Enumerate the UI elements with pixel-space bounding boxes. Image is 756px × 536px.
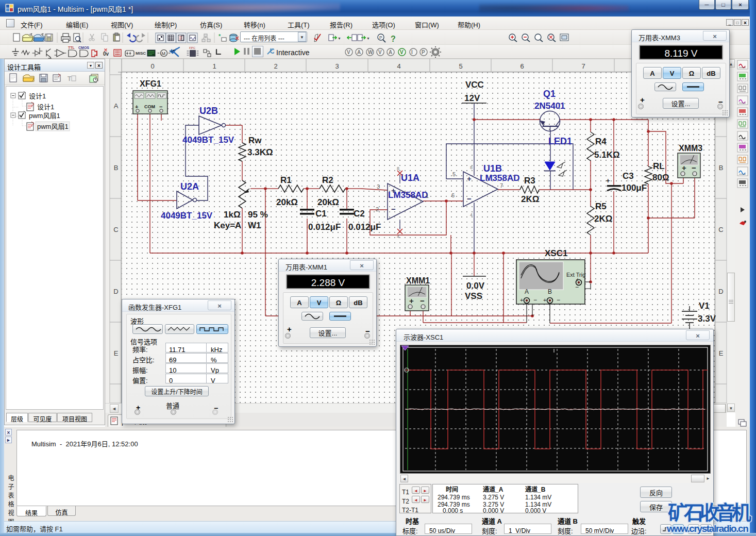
svg-text:V1: V1 [699,298,710,311]
svg-text:R2: R2 [322,173,333,186]
svg-text:C1: C1 [315,206,327,219]
svg-text:4: 4 [397,61,400,71]
svg-text:I: I [411,48,413,56]
svg-text:80Ω: 80Ω [652,170,669,183]
svg-text:R1: R1 [280,173,292,186]
svg-text:D: D [113,286,118,296]
svg-text:4049BT_15V: 4049BT_15V [182,132,234,145]
svg-text:0.012μF: 0.012μF [348,220,381,232]
svg-text:+: + [606,175,610,185]
svg-text:COM: COM [144,103,155,110]
svg-text:www.crystalradio.cn: www.crystalradio.cn [666,521,748,534]
svg-text:1: 1 [212,61,216,71]
svg-text:20kΩ: 20kΩ [276,195,298,208]
svg-text:XMM3: XMM3 [679,141,702,154]
svg-text:*: * [219,31,221,40]
svg-text:2KΩ: 2KΩ [594,211,612,224]
svg-text:+: + [409,295,414,306]
svg-text:7: 7 [500,181,503,189]
svg-text:7: 7 [581,61,585,71]
svg-text:−: − [575,282,579,291]
svg-text:XFG1: XFG1 [140,77,161,89]
svg-text:TTL: TTL [68,45,75,50]
svg-text:3.3V: 3.3V [698,311,716,324]
svg-text:5: 5 [452,170,456,178]
svg-text:5: 5 [459,61,462,71]
svg-text:U1A: U1A [401,170,419,183]
svg-text:2: 2 [274,61,277,71]
svg-text:4: 4 [397,233,399,240]
svg-text:+: + [682,162,686,173]
svg-text:MISC: MISC [136,50,146,56]
svg-text:pwm风扇1: pwm风扇1 [37,121,69,131]
svg-text:P: P [379,34,382,41]
svg-text:设计1: 设计1 [29,91,46,100]
svg-text:E: E [114,348,119,358]
svg-text:3.3KΩ: 3.3KΩ [247,145,273,158]
svg-text:pwm风扇1: pwm风扇1 [29,110,60,120]
svg-text:3: 3 [335,61,339,71]
svg-text:T: T [68,74,72,82]
svg-text:−: − [391,203,396,214]
svg-text:R5: R5 [595,199,607,212]
svg-text:W1: W1 [248,218,261,231]
svg-text:6: 6 [451,191,455,199]
svg-text:1: 1 [426,191,429,199]
svg-text:A: A [357,48,361,56]
svg-text:M: M [162,50,166,57]
svg-text:B: B [114,162,119,172]
svg-text:2KΩ: 2KΩ [521,192,539,205]
svg-text:Key=A: Key=A [214,218,241,231]
svg-text:12V: 12V [464,91,480,104]
svg-text:+: + [520,295,523,304]
svg-text:?: ? [391,32,396,44]
svg-text:100μF: 100μF [621,180,647,193]
svg-text:VSS: VSS [465,289,482,301]
svg-text:C3: C3 [623,169,634,181]
svg-text:U2A: U2A [180,179,199,192]
svg-text:B: B [548,287,552,295]
svg-text:VCC: VCC [465,77,484,90]
svg-text:W: W [368,48,373,56]
svg-text:B: B [719,162,724,172]
svg-text:C: C [718,224,723,234]
svg-text:4: 4 [470,211,473,218]
svg-text:0.012μF: 0.012μF [308,220,341,232]
svg-text:P: P [422,48,425,56]
svg-text:A: A [525,287,529,295]
svg-text:V: V [378,48,382,56]
svg-text:8: 8 [397,165,399,172]
svg-text:D: D [718,286,723,296]
svg-text:3: 3 [377,182,380,190]
svg-text:LED1: LED1 [548,133,572,147]
svg-text:LM358AD: LM358AD [388,188,428,200]
svg-text:+: + [543,295,546,304]
svg-text:FPC: FPC [189,45,196,50]
svg-text:C2: C2 [354,206,365,219]
svg-text:A: A [389,48,392,56]
svg-text:V: V [347,48,350,56]
svg-text:−: − [557,295,560,304]
svg-text:R4: R4 [595,134,607,147]
svg-text:U2B: U2B [199,103,218,116]
svg-text:8: 8 [470,164,473,171]
svg-text:−: − [692,162,696,173]
svg-text:▼: ▼ [366,36,370,41]
svg-text:C: C [113,224,118,234]
svg-text:Rw: Rw [248,133,262,146]
svg-text:A: A [114,100,119,110]
svg-text:R3: R3 [524,173,535,186]
svg-text:2N5401: 2N5401 [534,98,565,111]
svg-text:−: − [533,295,537,304]
svg-text:E: E [719,348,724,358]
svg-text:2: 2 [376,205,379,213]
svg-text:6: 6 [520,61,524,71]
svg-text:−: − [467,193,472,204]
svg-text:5.1KΩ: 5.1KΩ [594,147,620,160]
svg-text:XSC1: XSC1 [545,246,567,259]
svg-text:0: 0 [150,61,154,71]
svg-text:XMM1: XMM1 [406,274,430,286]
svg-text:+: + [467,173,472,183]
svg-text:−: − [420,295,425,306]
svg-text:CMOS: CMOS [78,45,89,50]
